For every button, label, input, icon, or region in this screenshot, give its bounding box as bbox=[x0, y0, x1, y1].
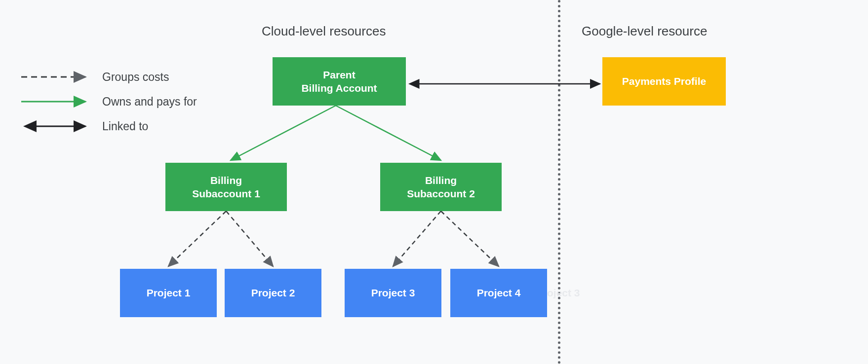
node-payments-profile: Payments Profile bbox=[602, 57, 726, 106]
link-sub1-project1 bbox=[168, 211, 226, 266]
legend-row-groups-costs: Groups costs bbox=[21, 69, 197, 85]
legend-label-owns-pays: Owns and pays for bbox=[102, 95, 197, 109]
node-parent-billing: Parent Billing Account bbox=[273, 57, 406, 106]
node-project1: Project 1 bbox=[120, 269, 217, 317]
vertical-divider bbox=[558, 0, 560, 364]
node-project3: Project 3 bbox=[345, 269, 441, 317]
legend-row-linked-to: Linked to bbox=[21, 118, 197, 134]
node-sub1: Billing Subaccount 1 bbox=[165, 163, 287, 211]
link-parent-sub2 bbox=[336, 106, 441, 160]
link-sub2-project3 bbox=[393, 211, 441, 266]
link-sub1-project2 bbox=[226, 211, 273, 266]
link-parent-sub1 bbox=[231, 106, 336, 160]
link-sub2-project4 bbox=[441, 211, 499, 266]
ghost-text: oject 3 bbox=[547, 287, 580, 299]
node-project4: Project 4 bbox=[450, 269, 547, 317]
legend-line-dashed bbox=[21, 71, 90, 83]
legend-label-linked-to: Linked to bbox=[102, 120, 148, 133]
node-sub2: Billing Subaccount 2 bbox=[380, 163, 502, 211]
legend-row-owns-pays: Owns and pays for bbox=[21, 94, 197, 109]
legend: Groups costs Owns and pays for bbox=[21, 69, 197, 143]
header-google: Google-level resource bbox=[582, 24, 707, 39]
node-project2: Project 2 bbox=[225, 269, 321, 317]
header-cloud: Cloud-level resources bbox=[262, 24, 386, 39]
legend-line-solid-green bbox=[21, 96, 90, 108]
legend-label-groups-costs: Groups costs bbox=[102, 71, 169, 84]
legend-line-double-arrow bbox=[21, 120, 90, 132]
